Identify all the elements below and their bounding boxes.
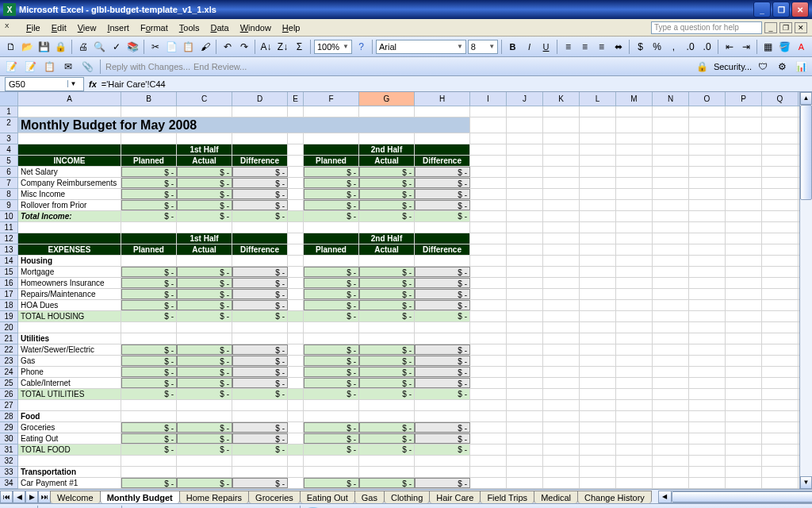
cell[interactable]	[580, 167, 616, 177]
cell[interactable]	[762, 333, 799, 344]
row-header[interactable]: 31	[0, 444, 17, 456]
cell[interactable]	[507, 156, 543, 166]
cell[interactable]	[18, 233, 121, 244]
cell[interactable]: $ -	[359, 378, 415, 388]
cell[interactable]	[616, 144, 653, 155]
col-header-B[interactable]: B	[121, 92, 177, 106]
cell[interactable]	[288, 133, 304, 144]
cell[interactable]	[762, 244, 799, 255]
cell[interactable]: $ -	[232, 300, 288, 310]
cell[interactable]	[580, 289, 616, 299]
cell[interactable]	[580, 356, 616, 366]
cell[interactable]	[580, 189, 616, 199]
cell[interactable]: $ -	[359, 189, 415, 199]
cell[interactable]	[507, 200, 543, 210]
cell[interactable]	[121, 456, 177, 466]
cell[interactable]: $ -	[304, 356, 359, 366]
cell[interactable]	[18, 456, 121, 466]
cell[interactable]	[543, 233, 580, 244]
cell[interactable]	[232, 222, 288, 233]
preview-button[interactable]: 🔍	[92, 39, 107, 55]
cell[interactable]	[616, 167, 653, 177]
row-header[interactable]: 18	[0, 300, 17, 311]
cell[interactable]	[762, 389, 799, 399]
cell[interactable]: $ -	[415, 267, 470, 277]
cell[interactable]	[653, 389, 689, 399]
fillcolor-button[interactable]: 🪣	[305, 505, 321, 509]
cell[interactable]	[616, 300, 653, 310]
cell[interactable]: $ -	[304, 211, 359, 221]
cell[interactable]: $ -	[415, 444, 470, 455]
cell[interactable]	[616, 189, 653, 199]
cell[interactable]: Mortgage	[18, 267, 121, 277]
cell[interactable]: Difference	[232, 156, 288, 166]
zoom-box[interactable]: 100%▼	[314, 40, 352, 54]
cell[interactable]	[470, 378, 507, 388]
cell[interactable]	[580, 156, 616, 166]
cell[interactable]	[288, 144, 304, 155]
cell[interactable]	[580, 433, 616, 444]
cell[interactable]	[762, 344, 799, 355]
cell[interactable]: $ -	[177, 311, 232, 321]
cell[interactable]	[653, 200, 689, 210]
cell[interactable]	[232, 144, 288, 155]
cell[interactable]	[653, 378, 689, 388]
dec-decimal-button[interactable]: .0	[699, 39, 714, 55]
dec-indent-button[interactable]: ⇤	[722, 39, 737, 55]
cell[interactable]	[762, 456, 799, 466]
cell[interactable]	[616, 344, 653, 355]
cell[interactable]	[616, 244, 653, 255]
cell[interactable]	[762, 178, 799, 188]
row-header[interactable]: 33	[0, 467, 17, 478]
cell[interactable]	[726, 167, 762, 177]
cell[interactable]	[507, 222, 543, 233]
cell[interactable]	[726, 117, 762, 133]
cell[interactable]: $ -	[359, 200, 415, 210]
research-button[interactable]: 📚	[125, 39, 140, 55]
cell[interactable]: $ -	[232, 356, 288, 366]
cell[interactable]	[232, 400, 288, 410]
cell[interactable]	[653, 189, 689, 199]
cell[interactable]	[288, 433, 304, 444]
cell[interactable]: Homeowners Insurance	[18, 278, 121, 288]
cell[interactable]	[580, 456, 616, 466]
col-header-K[interactable]: K	[543, 92, 580, 106]
cell[interactable]	[18, 133, 121, 144]
sec-btn1[interactable]: 🛡	[755, 59, 771, 75]
cell[interactable]	[689, 106, 726, 117]
cell[interactable]	[470, 289, 507, 299]
row-header[interactable]: 26	[0, 389, 17, 400]
cell[interactable]	[177, 400, 232, 410]
textbox-button[interactable]: ▢	[203, 505, 219, 509]
cell[interactable]	[543, 356, 580, 366]
row-header[interactable]: 5	[0, 156, 17, 167]
cell[interactable]	[177, 322, 232, 333]
cell[interactable]	[288, 444, 304, 455]
cell[interactable]	[762, 106, 799, 117]
cell[interactable]	[288, 467, 304, 477]
cell[interactable]: Housing	[18, 256, 121, 266]
cell[interactable]	[762, 356, 799, 366]
cell[interactable]	[689, 117, 726, 133]
cell[interactable]	[616, 267, 653, 277]
cell[interactable]: $ -	[415, 178, 470, 188]
cell[interactable]	[288, 222, 304, 233]
cell[interactable]	[288, 333, 304, 344]
cell[interactable]	[689, 311, 726, 321]
cell[interactable]: $ -	[177, 433, 232, 444]
cell[interactable]	[470, 167, 507, 177]
cell[interactable]	[726, 422, 762, 433]
cell[interactable]	[121, 467, 177, 477]
help-icon[interactable]: ?	[354, 39, 369, 55]
cell[interactable]	[726, 378, 762, 388]
cell[interactable]	[762, 433, 799, 444]
cell[interactable]	[543, 311, 580, 321]
cell[interactable]: $ -	[121, 367, 177, 377]
cell[interactable]	[543, 289, 580, 299]
cell[interactable]	[359, 256, 415, 266]
cell[interactable]: Misc Income	[18, 189, 121, 199]
cell[interactable]: $ -	[177, 167, 232, 177]
cell[interactable]	[726, 133, 762, 144]
cell[interactable]	[470, 133, 507, 144]
cell[interactable]	[616, 178, 653, 188]
